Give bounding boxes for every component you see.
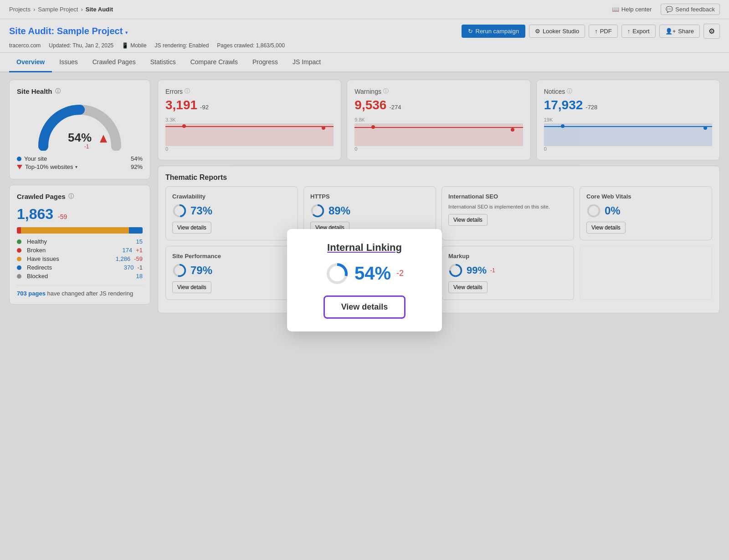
modal-title: Internal Linking: [302, 242, 427, 254]
modal-overlay: Internal Linking 54% -2 View details: [0, 0, 729, 321]
modal-donut: [325, 262, 349, 285]
modal-pct-row: 54% -2: [302, 262, 427, 285]
modal-change: -2: [396, 269, 404, 278]
modal-percentage: 54%: [354, 263, 391, 284]
internal-linking-modal: Internal Linking 54% -2 View details: [287, 229, 442, 321]
modal-view-details-button[interactable]: View details: [323, 295, 406, 319]
